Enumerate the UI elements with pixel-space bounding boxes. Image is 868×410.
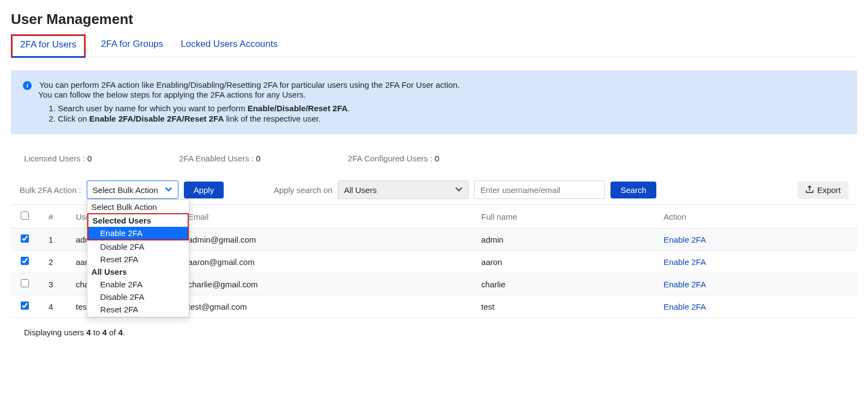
col-action: Action: [654, 205, 857, 228]
export-icon: [805, 185, 814, 195]
stat-enabled: 2FA Enabled Users : 0: [179, 154, 260, 163]
info-icon: i: [23, 81, 32, 90]
row-email: charlie@gmail.com: [178, 273, 471, 296]
apply-search-label: Apply search on: [274, 185, 333, 195]
bulk-action-select[interactable]: Select Bulk Action: [87, 180, 178, 199]
select-all-checkbox[interactable]: [21, 212, 29, 220]
row-checkbox[interactable]: [21, 302, 29, 310]
dropdown-opt-select-bulk[interactable]: Select Bulk Action: [87, 201, 189, 213]
row-checkbox[interactable]: [21, 279, 29, 287]
row-email: admin@gmail.com: [178, 228, 471, 251]
stat-licensed: Licensed Users : 0: [24, 154, 92, 163]
export-button[interactable]: Export: [798, 181, 848, 199]
dropdown-group-all-users: All Users: [87, 266, 189, 278]
row-fullname: admin: [471, 228, 654, 251]
row-fullname: test: [471, 296, 654, 318]
row-index: 2: [39, 251, 66, 273]
banner-step1: Search user by name for which you want t…: [58, 104, 845, 113]
banner-step2: Click on Enable 2FA/Disable 2FA/Reset 2F…: [58, 114, 845, 123]
search-button[interactable]: Search: [610, 182, 656, 198]
pagination-summary: Displaying users 4 to 4 of 4.: [11, 328, 857, 337]
stat-configured: 2FA Configured Users : 0: [348, 154, 440, 163]
dropdown-opt-selected-enable[interactable]: Enable 2FA: [87, 227, 189, 240]
bulk-action-label: Bulk 2FA Action :: [20, 185, 81, 195]
dropdown-opt-all-reset[interactable]: Reset 2FA: [87, 303, 189, 316]
row-action-link[interactable]: Enable 2FA: [663, 257, 706, 267]
page-title: User Management: [11, 11, 857, 28]
row-email: test@gmail.com: [178, 296, 471, 318]
tab-bar: 2FA for Users 2FA for Groups Locked User…: [11, 34, 857, 57]
chevron-down-icon: [455, 185, 463, 195]
row-action-link[interactable]: Enable 2FA: [663, 302, 706, 311]
banner-line1: You can perform 2FA action like Enabling…: [39, 80, 460, 89]
search-input[interactable]: [474, 180, 605, 199]
apply-button[interactable]: Apply: [184, 182, 224, 198]
dropdown-opt-all-enable[interactable]: Enable 2FA: [87, 278, 189, 291]
col-email: Email: [178, 205, 471, 228]
dropdown-group-selected-users: Selected Users: [87, 213, 189, 227]
search-scope-select[interactable]: All Users: [338, 180, 469, 199]
banner-line2: You can follow the below steps for apply…: [38, 90, 845, 99]
row-action-link[interactable]: Enable 2FA: [663, 235, 706, 244]
col-fullname: Full name: [471, 205, 654, 228]
info-banner: i You can perform 2FA action like Enabli…: [11, 70, 857, 134]
row-action-link[interactable]: Enable 2FA: [663, 280, 706, 289]
bulk-action-dropdown: Select Bulk Action Selected Users Enable…: [87, 199, 189, 317]
col-index: #: [39, 205, 66, 228]
row-index: 1: [39, 228, 66, 251]
tab-locked-users[interactable]: Locked Users Accounts: [178, 34, 280, 57]
tab-2fa-groups[interactable]: 2FA for Groups: [99, 34, 165, 57]
row-index: 3: [39, 273, 66, 296]
row-checkbox[interactable]: [21, 234, 29, 243]
chevron-down-icon: [165, 185, 172, 195]
row-index: 4: [39, 296, 66, 318]
controls-row: Bulk 2FA Action : Select Bulk Action Sel…: [11, 180, 857, 205]
row-email: aaron@gmail.com: [178, 251, 471, 273]
tab-2fa-users[interactable]: 2FA for Users: [11, 34, 86, 58]
row-fullname: charlie: [471, 273, 654, 296]
dropdown-opt-selected-disable[interactable]: Disable 2FA: [87, 240, 189, 253]
row-fullname: aaron: [471, 251, 654, 273]
dropdown-opt-selected-reset[interactable]: Reset 2FA: [87, 253, 189, 266]
row-checkbox[interactable]: [21, 257, 29, 265]
dropdown-opt-all-disable[interactable]: Disable 2FA: [87, 291, 189, 303]
stats-row: Licensed Users : 0 2FA Enabled Users : 0…: [11, 149, 857, 180]
